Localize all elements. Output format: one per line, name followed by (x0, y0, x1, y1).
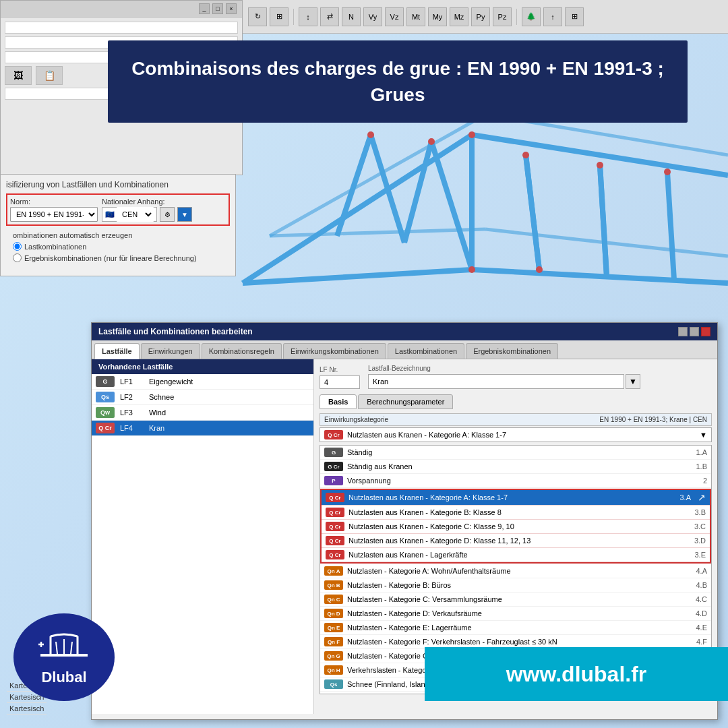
toolbar-btn-9[interactable]: My (428, 7, 447, 26)
toolbar-btn-3[interactable]: ↕ (299, 7, 317, 26)
radio-label-1: Lastkombinationen (24, 243, 86, 251)
svg-rect-26 (40, 654, 88, 657)
list-item-lf2[interactable]: Qs LF2 Schnee (92, 390, 313, 405)
filter-icon-btn[interactable]: ⚙ (160, 207, 175, 222)
national-select[interactable]: CEN (117, 207, 154, 222)
radio-lastkomb[interactable] (13, 242, 22, 251)
cat-num-nutz-f: 4.F (687, 638, 707, 646)
lf-nr-input[interactable] (320, 375, 360, 389)
cat-name-kran-e: Nutzlasten aus Kranen - Lagerkräfte (348, 551, 681, 559)
radio-ergebnis[interactable] (13, 253, 22, 262)
list-item-lf4[interactable]: Q Cr LF4 Kran (92, 421, 313, 436)
cat-kran-b[interactable]: Q Cr Nutzlasten aus Kranen - Kategorie B… (322, 506, 710, 520)
chrome-close[interactable]: × (226, 3, 237, 14)
cat-nutz-a[interactable]: Qn A Nutzlasten - Kategorie A: Wohn/Aufe… (320, 564, 711, 578)
lf-name-dropdown[interactable]: ▼ (626, 374, 640, 389)
tab-lastkomb[interactable]: Lastkombinationen (388, 343, 464, 359)
cat-name-nutz-f: Nutzlasten - Kategorie F: Verkehrslasten… (347, 638, 683, 646)
classify-title: isifizierung von Lastfällen und Kombinat… (6, 180, 230, 189)
tab-einwirkungen[interactable]: Einwirkungen (141, 343, 200, 359)
dlubal-name: Dlubal (41, 669, 86, 686)
cat-kran-c[interactable]: Q Cr Nutzlasten aus Kranen - Kategorie C… (322, 520, 710, 534)
dialog-maximize[interactable] (690, 327, 699, 336)
cat-vorspannung[interactable]: P Vorspannung 2 (320, 474, 711, 488)
toolbar-btn-10[interactable]: Mz (450, 7, 468, 26)
cat-kran-a[interactable]: Q Cr Nutzlasten aus Kranen - Kategorie A… (322, 490, 710, 506)
toolbar-btn-1[interactable]: ↻ (248, 7, 267, 26)
toolbar-btn-7[interactable]: Vz (385, 7, 404, 26)
cat-standig-kran[interactable]: G Cr Ständig aus Kranen 1.B (320, 460, 711, 474)
tab-lastfalle[interactable]: Lastfälle (94, 343, 140, 359)
toolbar-btn-11[interactable]: Py (471, 7, 490, 26)
svg-point-18 (367, 131, 374, 138)
cat-badge-qs1: Qs (324, 679, 343, 689)
cat-nutz-d[interactable]: Qn D Nutzlasten - Kategorie D: Verkaufsr… (320, 607, 711, 621)
toolbar-btn-5[interactable]: N (342, 7, 361, 26)
einwirkung-norm: EN 1990 + EN 1991-3; Krane | CEN (599, 416, 707, 423)
cat-name-nutz-a: Nutzlasten - Kategorie A: Wohn/Aufenthal… (347, 567, 683, 575)
lf-name-input[interactable] (368, 374, 624, 389)
svg-line-10 (371, 135, 404, 243)
cat-nutz-c[interactable]: Qn C Nutzlasten - Kategorie C: Versammlu… (320, 593, 711, 607)
toolbar-btn-4[interactable]: ⇄ (320, 7, 339, 26)
cat-num-kran-a: 3.A (671, 493, 691, 502)
cat-standig[interactable]: G Ständig 1.A (320, 446, 711, 460)
tabs-bar: Lastfälle Einwirkungen Kombinationsregel… (92, 340, 717, 359)
dropdown-arrow: ▼ (700, 431, 707, 439)
cat-badge-qnh: Qn H (324, 665, 343, 675)
cat-badge-gcr: G Cr (324, 462, 343, 471)
toolbar-btn-6[interactable]: Vy (363, 7, 382, 26)
national-label: Nationaler Anhang: (102, 198, 192, 206)
tab-einwirkungskomb[interactable]: Einwirkungskombinationen (283, 343, 386, 359)
svg-line-29 (56, 642, 57, 654)
cat-num-nutz-e: 4.E (687, 624, 707, 632)
toolbar-btn-2[interactable]: ⊞ (270, 7, 289, 26)
svg-line-16 (270, 229, 485, 236)
chrome-minimize[interactable]: _ (199, 3, 210, 14)
cat-kran-d[interactable]: Q Cr Nutzlasten aus Kranen - Kategorie D… (322, 534, 710, 548)
tab-kombinationsregeln[interactable]: Kombinationsregeln (202, 343, 282, 359)
svg-line-9 (667, 172, 674, 280)
einwirkung-label: Einwirkungskategorie (324, 416, 388, 423)
lf4-num: LF4 (120, 424, 144, 432)
svg-point-20 (468, 131, 475, 138)
funnel-icon-btn[interactable]: ▼ (177, 207, 192, 222)
icon-btn-2[interactable]: 📋 (36, 66, 63, 85)
toolbar-btn-tree[interactable]: 🌲 (522, 7, 541, 26)
cat-nutz-b[interactable]: Qn B Nutzlasten - Kategorie B: Büros 4.B (320, 578, 711, 593)
dialog-minimize[interactable] (678, 327, 688, 336)
cat-badge-qnf: Qn F (324, 637, 343, 646)
dlubal-logo: Dlubal (13, 613, 115, 701)
toolbar-btn-up[interactable]: ↑ (543, 7, 562, 26)
svg-point-24 (468, 266, 475, 273)
svg-line-12 (526, 155, 539, 270)
list-item-lf3[interactable]: Qw LF3 Wind (92, 405, 313, 421)
toolbar-btn-grid[interactable]: ⊞ (565, 7, 584, 26)
cat-num-standig: 1.A (687, 448, 707, 456)
norm-select[interactable]: EN 1990 + EN 1991-3; (10, 207, 98, 222)
norm-label: Norm: (10, 198, 98, 206)
einwirkung-header: Einwirkungskategorie EN 1990 + EN 1991-3… (320, 413, 712, 426)
selected-category-text: Nutzlasten aus Kranen - Kategorie A: Kla… (347, 431, 506, 439)
list-item-lf1[interactable]: G LF1 Eigengewicht (92, 374, 313, 390)
website-banner: www.dlubal.fr (425, 647, 728, 701)
toolbar-separator (293, 9, 294, 25)
sub-tab-berechnungsparameter[interactable]: Berechnungsparameter (358, 394, 453, 409)
toolbar-btn-8[interactable]: Mt (406, 7, 425, 26)
dialog-close[interactable] (701, 327, 710, 336)
sub-tab-basis[interactable]: Basis (320, 394, 357, 409)
icon-btn-1[interactable]: 🖼 (5, 66, 32, 85)
tab-ergebniskomb[interactable]: Ergebniskombinationen (466, 343, 558, 359)
cat-badge-qs2: Qs (324, 694, 343, 694)
chrome-maximize[interactable]: □ (212, 3, 223, 14)
cat-kran-e[interactable]: Q Cr Nutzlasten aus Kranen - Lagerkräfte… (322, 548, 710, 562)
cat-badge-qna: Qn A (324, 566, 343, 576)
svg-point-21 (522, 152, 529, 158)
cat-nutz-e[interactable]: Qn E Nutzlasten - Kategorie E: Lagerräum… (320, 621, 711, 635)
radio-item-2[interactable]: Ergebniskombinationen (nur für lineare B… (13, 253, 223, 262)
cat-badge-qcr-b: Q Cr (326, 508, 344, 517)
category-dropdown-selected[interactable]: Q Cr Nutzlasten aus Kranen - Kategorie A… (320, 427, 712, 442)
toolbar-btn-12[interactable]: Pz (493, 7, 512, 26)
radio-item-1[interactable]: Lastkombinationen (13, 242, 223, 251)
selected-badge: Q Cr (324, 430, 343, 439)
